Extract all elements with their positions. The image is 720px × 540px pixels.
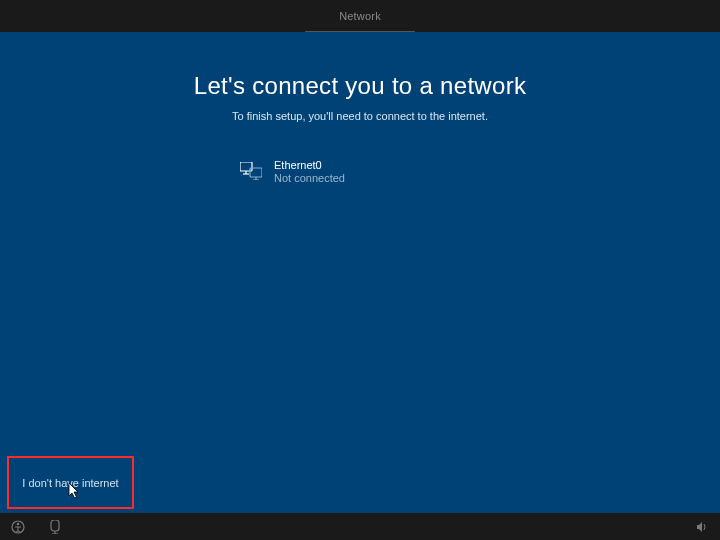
network-text: Ethernet0 Not connected [274, 158, 345, 184]
page-headline: Let's connect you to a network [0, 72, 720, 100]
skip-internet-button[interactable]: I don't have internet [22, 477, 118, 489]
svg-rect-8 [51, 520, 59, 531]
network-status: Not connected [274, 172, 345, 184]
page-subhead: To finish setup, you'll need to connect … [0, 110, 720, 122]
ethernet-icon [240, 162, 262, 180]
topbar-step-label: Network [305, 0, 415, 32]
main-panel: Let's connect you to a network To finish… [0, 32, 720, 513]
bottom-bar [0, 513, 720, 540]
progress-topbar: Network [0, 0, 720, 32]
svg-point-7 [16, 522, 19, 525]
network-option-ethernet[interactable]: Ethernet0 Not connected [240, 158, 480, 184]
ime-icon[interactable] [47, 519, 62, 534]
highlight-annotation: I don't have internet [7, 456, 134, 509]
network-name: Ethernet0 [274, 158, 345, 172]
volume-icon[interactable] [695, 519, 710, 534]
ease-of-access-icon[interactable] [10, 519, 25, 534]
